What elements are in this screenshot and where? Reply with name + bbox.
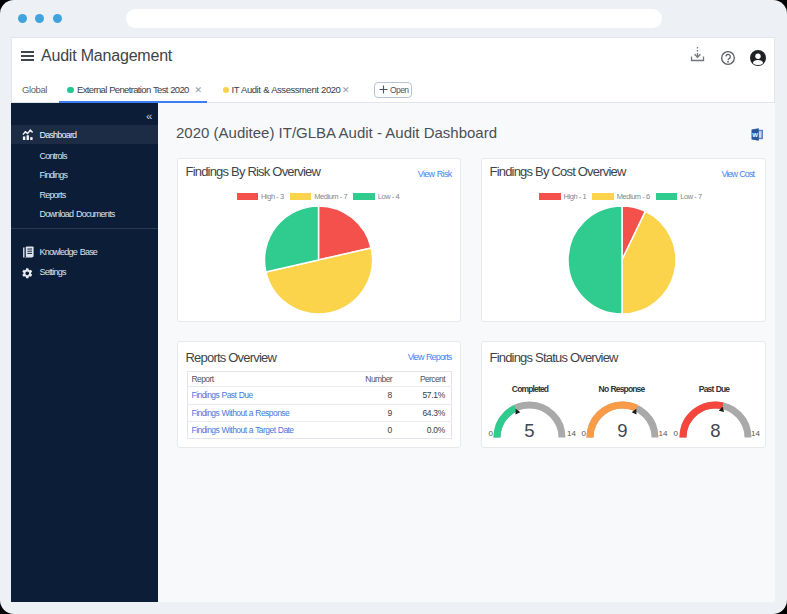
svg-text:W: W	[752, 131, 758, 137]
